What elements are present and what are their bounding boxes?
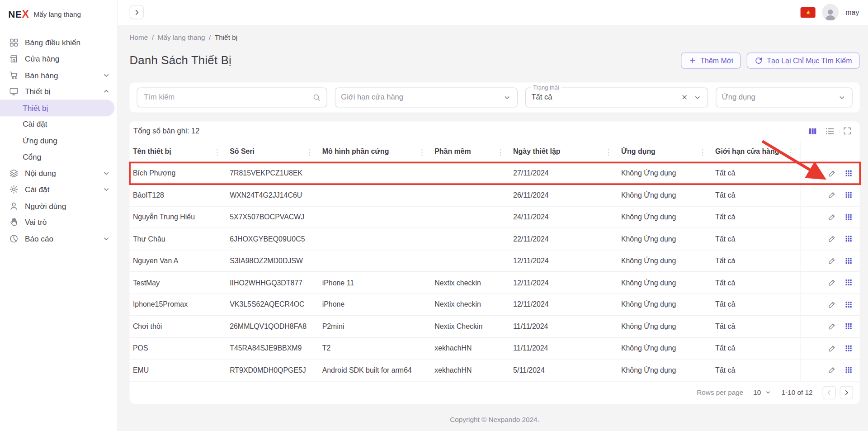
sidebar-subitem-devices[interactable]: Thiết bị (0, 99, 114, 116)
cell-actions (801, 206, 860, 228)
sidebar-item-content[interactable]: Nội dung (0, 165, 118, 181)
search-field (137, 87, 327, 107)
grid-apps-button[interactable] (841, 254, 856, 268)
breadcrumb-home[interactable]: Home (130, 33, 148, 41)
column-header-device-name[interactable]: Tên thiết bị⋮ (130, 141, 226, 162)
cell-setup-date: 12/11/2024 (510, 272, 618, 294)
title-actions: Thêm Mới Tạo Lại Chỉ Mục Tìm Kiếm (681, 52, 859, 69)
sidebar-item-settings[interactable]: Cài đặt (0, 181, 118, 198)
edit-row-button[interactable] (825, 297, 840, 312)
grid-apps-button[interactable] (841, 341, 856, 355)
table-row[interactable]: Chơi thôi 26MMLQV1QODH8FA8 P2mini Nextix… (130, 315, 860, 337)
device-monitor-icon (8, 86, 19, 97)
list-view-button[interactable] (823, 124, 837, 138)
clear-x-icon[interactable] (681, 94, 688, 101)
sidebar-item-reports[interactable]: Báo cáo (0, 230, 118, 246)
cell-software (431, 250, 510, 271)
sidebar-item-users[interactable]: Người dùng (0, 198, 118, 214)
edit-row-button[interactable] (825, 232, 840, 246)
next-page-button[interactable] (840, 386, 853, 399)
search-input[interactable] (143, 92, 308, 102)
column-header-application[interactable]: Ứng dụng⋮ (618, 141, 712, 162)
column-menu-dots-icon[interactable]: ⋮ (698, 147, 709, 156)
column-header-store-limit[interactable]: Giới hạn cửa hàng⋮ (712, 141, 801, 162)
table-row[interactable]: Bích Phượng 7R815VEKPCZ1U8EK 27/11/2024 … (130, 162, 860, 184)
store-limit-select[interactable]: Giới hạn cửa hàng (335, 87, 518, 107)
sidebar-subitem-gateways[interactable]: Cổng (0, 149, 114, 165)
table-row[interactable]: BảoIT128 WXN24T4G2JJ14C6U 26/11/2024 Khô… (130, 184, 860, 206)
cell-software: xekhachHN (431, 337, 510, 359)
edit-row-button[interactable] (825, 319, 840, 334)
grid-apps-button[interactable] (841, 166, 856, 180)
sidebar-item-roles[interactable]: Vai trò (0, 214, 118, 230)
sidebar-item-devices[interactable]: Thiết bị (0, 83, 118, 99)
cell-store-limit: Tất cả (712, 228, 801, 250)
grid-apps-button[interactable] (841, 297, 856, 312)
column-menu-dots-icon[interactable]: ⋮ (213, 147, 224, 156)
vietnam-flag-icon[interactable]: ★ (801, 7, 816, 18)
table-row[interactable]: TestMay IIHO2WHHGQ3DT877 iPhone 11 Nexti… (130, 272, 860, 294)
sidebar-item-sales[interactable]: Bán hàng (0, 67, 118, 83)
column-menu-dots-icon[interactable]: ⋮ (604, 147, 615, 156)
search-icon[interactable] (312, 93, 321, 102)
edit-row-button[interactable] (825, 166, 840, 180)
table-row[interactable]: EMU RT9XD0MDH0QPGE5J Android SDK built f… (130, 359, 860, 381)
table-row[interactable]: Iphone15Promax VK3L5S62AQECR4OC iPhone N… (130, 294, 860, 315)
column-header-hardware-model[interactable]: Mô hình phần cứng⋮ (319, 141, 431, 162)
device-table-card: Tổng số bản ghi: 12 (130, 121, 860, 403)
rows-per-page-label: Rows per page (697, 388, 743, 396)
cell-application: Không Ứng dụng (618, 272, 712, 294)
cell-actions (801, 272, 860, 294)
grid-apps-button[interactable] (841, 232, 856, 246)
fullscreen-button[interactable] (840, 124, 854, 138)
grid-apps-button[interactable] (841, 363, 856, 377)
cell-store-limit: Tất cả (712, 184, 801, 206)
table-row[interactable]: Nguyen Van A S3IA98OZ2MD0DJSW 12/11/2024… (130, 250, 860, 271)
grid-apps-button[interactable] (841, 275, 856, 290)
dashboard-icon (8, 37, 19, 48)
status-select[interactable]: Trạng thái Tất cả (525, 87, 708, 107)
previous-page-button[interactable] (823, 386, 836, 399)
edit-row-button[interactable] (825, 363, 840, 377)
column-menu-dots-icon[interactable]: ⋮ (418, 147, 429, 156)
column-view-button[interactable] (806, 124, 820, 138)
sidebar-item-dashboard[interactable]: Bảng điều khiển (0, 34, 118, 51)
edit-row-button[interactable] (825, 341, 840, 355)
table-row[interactable]: POS T45RA84SJE9BBXM9 T2 xekhachHN 11/11/… (130, 337, 860, 359)
edit-pencil-icon (828, 234, 837, 243)
sidebar-subitem-device-settings[interactable]: Cài đặt (0, 116, 114, 133)
column-menu-dots-icon[interactable]: ⋮ (496, 147, 507, 156)
column-header-software[interactable]: Phần mềm⋮ (431, 141, 510, 162)
edit-row-button[interactable] (825, 188, 840, 202)
table-row[interactable]: Nguyễn Trung Hiếu 5X7X507BOCPVACWJ 24/11… (130, 206, 860, 228)
column-menu-dots-icon[interactable]: ⋮ (787, 147, 798, 156)
rows-per-page-select[interactable]: 10 (753, 388, 771, 396)
avatar[interactable] (822, 4, 839, 21)
cell-store-limit: Tất cả (712, 206, 801, 228)
rebuild-search-index-button[interactable]: Tạo Lại Chỉ Mục Tìm Kiếm (747, 52, 859, 69)
sidebar-collapse-button[interactable] (130, 5, 144, 19)
add-new-button[interactable]: Thêm Mới (681, 52, 741, 69)
table-row[interactable]: Thư Châu 6JHOXGYBEQ09U0C5 22/11/2024 Khô… (130, 228, 860, 250)
sidebar: NEX Mấy lang thang Bảng điều khiển Cửa h… (0, 0, 118, 431)
column-header-serial[interactable]: Số Seri⋮ (226, 141, 319, 162)
application-select[interactable]: Ứng dụng (716, 87, 852, 107)
cell-store-limit: Tất cả (712, 337, 801, 359)
view-toggles (806, 124, 854, 138)
grid-apps-button[interactable] (841, 319, 856, 334)
cell-serial: VK3L5S62AQECR4OC (226, 294, 319, 315)
grid-apps-button[interactable] (841, 210, 856, 224)
grid-apps-icon (844, 365, 853, 374)
brand[interactable]: NEX Mấy lang thang (0, 0, 118, 29)
edit-pencil-icon (828, 365, 837, 374)
edit-row-button[interactable] (825, 254, 840, 268)
edit-row-button[interactable] (825, 275, 840, 290)
column-header-setup-date[interactable]: Ngày thiết lập⋮ (510, 141, 618, 162)
grid-apps-button[interactable] (841, 188, 856, 202)
sidebar-subitem-applications[interactable]: Ứng dụng (0, 133, 114, 149)
sidebar-item-stores[interactable]: Cửa hàng (0, 51, 118, 67)
page: NEX Mấy lang thang Bảng điều khiển Cửa h… (0, 0, 868, 431)
edit-row-button[interactable] (825, 210, 840, 224)
breadcrumb-workspace[interactable]: Mấy lang thang (158, 33, 205, 41)
column-menu-dots-icon[interactable]: ⋮ (306, 147, 316, 156)
